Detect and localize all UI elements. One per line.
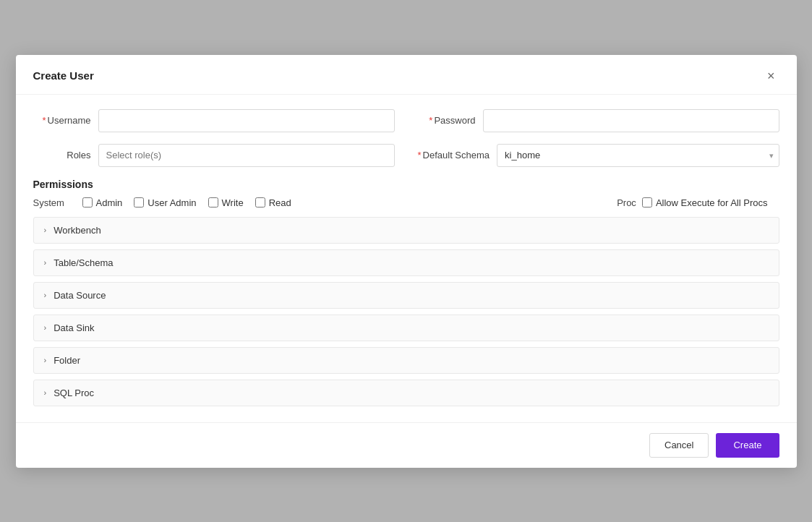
dialog-body: *Username *Password Roles *Default Schem… — [16, 95, 797, 422]
collapse-label-0: Workbench — [54, 225, 101, 236]
user-admin-checkbox[interactable] — [134, 197, 144, 207]
user-admin-label[interactable]: User Admin — [148, 197, 196, 208]
chevron-right-icon: › — [44, 258, 47, 267]
admin-label[interactable]: Admin — [96, 197, 123, 208]
write-checkbox[interactable] — [208, 197, 218, 207]
collapse-section-4: › Folder — [33, 347, 779, 374]
username-input[interactable] — [98, 109, 395, 132]
dialog-header: Create User × — [16, 55, 797, 95]
proc-group: Proc Allow Execute for All Procs — [617, 197, 779, 208]
permissions-section: Permissions System Admin User Admin Writ… — [33, 179, 779, 406]
collapse-section-3: › Data Sink — [33, 315, 779, 341]
chevron-right-icon: › — [44, 291, 47, 299]
write-perm: Write — [208, 197, 244, 208]
permissions-title: Permissions — [33, 179, 779, 190]
chevron-right-icon: › — [44, 323, 47, 332]
collapse-label-1: Table/Schema — [54, 257, 113, 268]
username-group: *Username — [33, 109, 395, 132]
dialog-footer: Cancel Create — [16, 422, 797, 468]
admin-perm: Admin — [82, 197, 123, 208]
chevron-right-icon: › — [44, 356, 47, 364]
username-required-star: * — [42, 115, 46, 126]
allow-execute-perm: Allow Execute for All Procs — [642, 197, 768, 208]
collapse-section-1: › Table/Schema — [33, 249, 779, 276]
collapse-header-2[interactable]: › Data Source — [34, 283, 779, 308]
username-label: *Username — [33, 115, 91, 126]
create-button[interactable]: Create — [716, 433, 779, 458]
roles-input[interactable] — [98, 144, 395, 167]
dialog-title: Create User — [33, 69, 94, 82]
read-checkbox[interactable] — [255, 197, 265, 207]
collapse-section-0: › Workbench — [33, 217, 779, 244]
default-schema-select[interactable]: ki_home — [497, 144, 779, 167]
default-schema-label: *Default Schema — [418, 150, 490, 161]
collapse-label-2: Data Source — [54, 290, 106, 301]
chevron-right-icon: › — [44, 388, 47, 397]
cancel-button[interactable]: Cancel — [649, 433, 709, 458]
collapse-label-3: Data Sink — [54, 322, 94, 333]
proc-label: Proc — [617, 197, 636, 208]
collapse-label-4: Folder — [54, 355, 80, 366]
create-user-dialog: Create User × *Username *Password Roles — [16, 55, 797, 468]
collapse-label-5: SQL Proc — [54, 388, 94, 398]
collapse-header-4[interactable]: › Folder — [34, 348, 779, 373]
password-input[interactable] — [483, 109, 779, 132]
collapse-header-3[interactable]: › Data Sink — [34, 315, 779, 341]
user-admin-perm: User Admin — [134, 197, 196, 208]
roles-label: Roles — [33, 150, 91, 161]
admin-checkbox[interactable] — [82, 197, 93, 207]
allow-execute-label[interactable]: Allow Execute for All Procs — [656, 197, 768, 208]
collapse-section-5: › SQL Proc — [33, 380, 779, 406]
form-row-2: Roles *Default Schema ki_home ▾ — [33, 144, 779, 167]
default-schema-group: *Default Schema ki_home ▾ — [418, 144, 779, 167]
read-perm: Read — [255, 197, 291, 208]
close-button[interactable]: × — [763, 68, 779, 84]
password-required-star: * — [429, 115, 432, 126]
form-row-1: *Username *Password — [33, 109, 779, 132]
collapse-header-5[interactable]: › SQL Proc — [34, 380, 779, 406]
roles-group: Roles — [33, 144, 395, 167]
collapse-sections: › Workbench › Table/Schema › Data Source… — [33, 217, 779, 406]
permissions-row: System Admin User Admin Write Read — [33, 197, 779, 208]
collapse-header-1[interactable]: › Table/Schema — [34, 250, 779, 275]
chevron-right-icon: › — [44, 226, 47, 234]
read-label[interactable]: Read — [269, 197, 291, 208]
default-schema-select-wrapper: ki_home ▾ — [497, 144, 779, 167]
write-label[interactable]: Write — [222, 197, 244, 208]
password-group: *Password — [418, 109, 779, 132]
password-label: *Password — [418, 115, 476, 126]
allow-execute-checkbox[interactable] — [642, 197, 652, 207]
default-schema-required-star: * — [418, 150, 422, 161]
system-label: System — [33, 197, 77, 208]
collapse-header-0[interactable]: › Workbench — [34, 218, 779, 243]
collapse-section-2: › Data Source — [33, 282, 779, 309]
